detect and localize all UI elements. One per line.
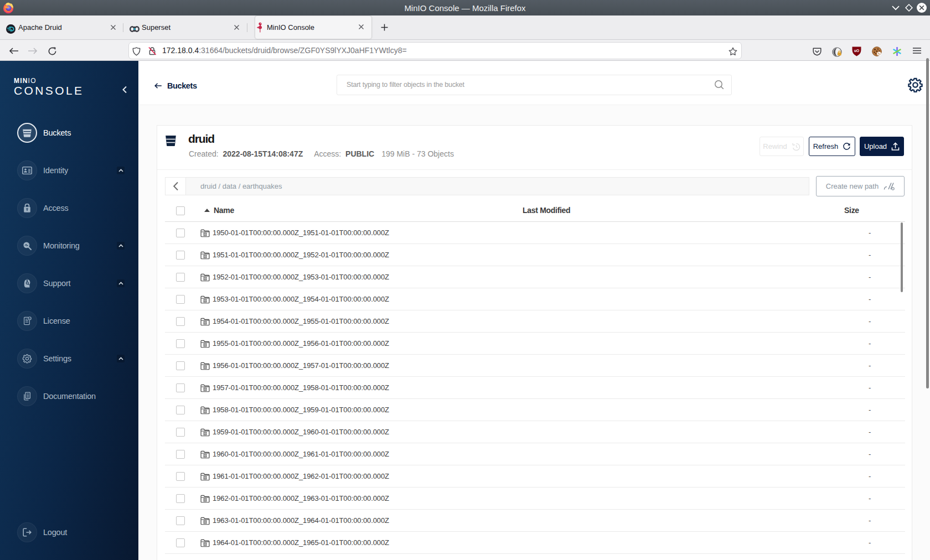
svg-text:uO: uO	[854, 49, 859, 53]
